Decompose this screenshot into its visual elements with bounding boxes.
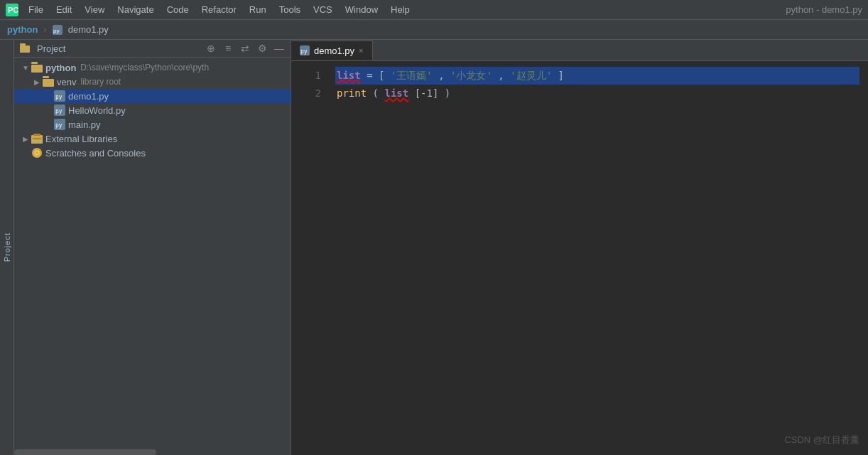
- svg-rect-9: [43, 76, 49, 78]
- toolbar-minimize-icon[interactable]: —: [273, 43, 285, 54]
- tree-arrow-ext-libs: ▶: [20, 133, 31, 144]
- tree-ext-libs-name: External Libraries: [45, 134, 117, 144]
- code-print: print: [337, 87, 367, 99]
- toolbar-align-icon[interactable]: ≡: [222, 43, 234, 54]
- tree-item-helloworld[interactable]: py HelloWorld.py: [14, 103, 291, 117]
- code-equals: =: [367, 70, 379, 81]
- menu-tools[interactable]: Tools: [273, 3, 306, 16]
- line-num-1: 1: [291, 67, 321, 85]
- line-num-2: 2: [291, 85, 321, 102]
- main-container: Project Project ⊕ ≡ ⇄ ⚙ — ▼: [0, 40, 868, 455]
- library-icon: [31, 133, 43, 144]
- toolbar-gear-icon[interactable]: ⚙: [256, 43, 268, 54]
- tree-demo1-name: demo1.py: [68, 91, 109, 102]
- tree-python-path: D:\save\myclass\Python\core\pyth: [80, 63, 209, 73]
- svg-text:py: py: [55, 108, 63, 114]
- code-container: 1 2 list = [ '王语嫣' , '小龙女' , '赵灵儿' ]: [291, 61, 868, 455]
- tree-scratches-name: Scratches and Consoles: [45, 148, 146, 159]
- scratches-icon: [31, 147, 43, 159]
- code-list-var: list: [384, 87, 408, 99]
- tree-helloworld-name: HelloWorld.py: [68, 105, 126, 116]
- breadcrumb-bar: python › py demo1.py: [0, 20, 868, 40]
- tree-item-venv[interactable]: ▶ venv library root: [14, 75, 291, 89]
- code-line-2: print ( list [-1] ): [335, 85, 859, 102]
- tree-arrow-helloworld: [43, 105, 54, 116]
- svg-rect-17: [33, 134, 40, 136]
- tab-bar: py demo1.py ×: [291, 40, 868, 61]
- code-editor[interactable]: list = [ '王语嫣' , '小龙女' , '赵灵儿' ] print (…: [327, 61, 868, 455]
- project-sidebar-tab[interactable]: Project: [0, 40, 14, 455]
- menu-bar: File Edit View Navigate Code Refactor Ru…: [23, 3, 786, 16]
- svg-text:py: py: [300, 48, 308, 55]
- code-comma1: ,: [438, 70, 450, 81]
- app-logo: PC: [6, 4, 18, 16]
- tab-py-icon: py: [300, 46, 310, 55]
- tree-arrow-python: ▼: [20, 62, 31, 73]
- tree-arrow-scratches: [20, 147, 31, 159]
- svg-rect-7: [31, 62, 38, 64]
- menu-file[interactable]: File: [23, 3, 49, 16]
- toolbar-globe-icon[interactable]: ⊕: [205, 43, 217, 54]
- svg-point-21: [36, 152, 38, 154]
- tab-demo1[interactable]: py demo1.py ×: [291, 41, 373, 60]
- sidebar-scrollbar-thumb[interactable]: [14, 449, 156, 455]
- tree-venv-name: venv: [57, 77, 76, 87]
- code-keyword-list: list: [337, 70, 361, 81]
- code-paren-close cursor-pos: ): [445, 87, 450, 99]
- sidebar-toolbar: Project ⊕ ≡ ⇄ ⚙ —: [14, 40, 291, 58]
- py-file-icon: py: [53, 25, 63, 35]
- breadcrumb: python › py demo1.py: [7, 24, 109, 35]
- tree-item-python[interactable]: ▼ python D:\save\myclass\Python\core\pyt…: [14, 60, 291, 75]
- menu-vcs[interactable]: VCS: [308, 3, 338, 16]
- folder-icon-venv: [43, 76, 54, 87]
- svg-text:py: py: [53, 28, 59, 34]
- code-bracket-open: [: [379, 70, 384, 81]
- toolbar-split-icon[interactable]: ⇄: [239, 43, 251, 54]
- tree-item-main[interactable]: py main.py: [14, 117, 291, 132]
- menu-code[interactable]: Code: [161, 3, 195, 16]
- file-tree: ▼ python D:\save\myclass\Python\core\pyt…: [14, 58, 291, 449]
- sidebar-title: Project: [37, 43, 65, 54]
- line-numbers: 1 2: [291, 61, 327, 455]
- sidebar-scrollbar[interactable]: [14, 449, 291, 455]
- title-bar: PC File Edit View Navigate Code Refactor…: [0, 0, 868, 20]
- svg-rect-5: [20, 43, 26, 46]
- code-comma2: ,: [498, 70, 510, 81]
- code-index: [-1]: [415, 87, 439, 99]
- menu-navigate[interactable]: Navigate: [112, 3, 159, 16]
- menu-edit[interactable]: Edit: [50, 3, 77, 16]
- tree-python-name: python: [45, 63, 76, 73]
- tree-arrow-venv: ▶: [31, 76, 43, 87]
- svg-text:PC: PC: [8, 6, 18, 14]
- editor-area: py demo1.py × 1 2 list = [ '王语嫣' ,: [291, 40, 868, 455]
- tab-close-icon[interactable]: ×: [359, 46, 363, 55]
- svg-rect-8: [43, 79, 54, 87]
- project-tab-label: Project: [3, 232, 11, 262]
- svg-rect-4: [20, 46, 30, 53]
- code-line-1: list = [ '王语嫣' , '小龙女' , '赵灵儿' ]: [335, 67, 859, 85]
- tree-item-demo1[interactable]: py demo1.py: [14, 89, 291, 103]
- svg-rect-18: [33, 138, 41, 139]
- menu-refactor[interactable]: Refactor: [196, 3, 242, 16]
- code-bracket-close: ]: [558, 70, 564, 81]
- tree-arrow-main: [43, 119, 54, 130]
- menu-window[interactable]: Window: [340, 3, 384, 16]
- py-file-main-icon: py: [54, 119, 65, 130]
- folder-icon: [20, 43, 30, 53]
- tree-arrow-demo1: [43, 90, 54, 102]
- breadcrumb-file[interactable]: demo1.py: [68, 24, 109, 35]
- menu-run[interactable]: Run: [244, 3, 272, 16]
- folder-open-icon: [31, 62, 43, 73]
- breadcrumb-project[interactable]: python: [7, 24, 38, 35]
- py-file-demo1-icon: py: [54, 90, 65, 102]
- tree-item-ext-libs[interactable]: ▶ External Libraries: [14, 132, 291, 146]
- tree-item-scratches[interactable]: Scratches and Consoles: [14, 146, 291, 160]
- watermark: CSDN @红目香薰: [784, 434, 859, 446]
- code-str3: '赵灵儿': [510, 70, 552, 81]
- code-str2: '小龙女': [450, 70, 492, 81]
- tree-venv-detail: library root: [80, 77, 121, 87]
- breadcrumb-sep: ›: [43, 24, 46, 35]
- menu-help[interactable]: Help: [385, 3, 416, 16]
- svg-text:py: py: [55, 122, 63, 129]
- menu-view[interactable]: View: [79, 3, 110, 16]
